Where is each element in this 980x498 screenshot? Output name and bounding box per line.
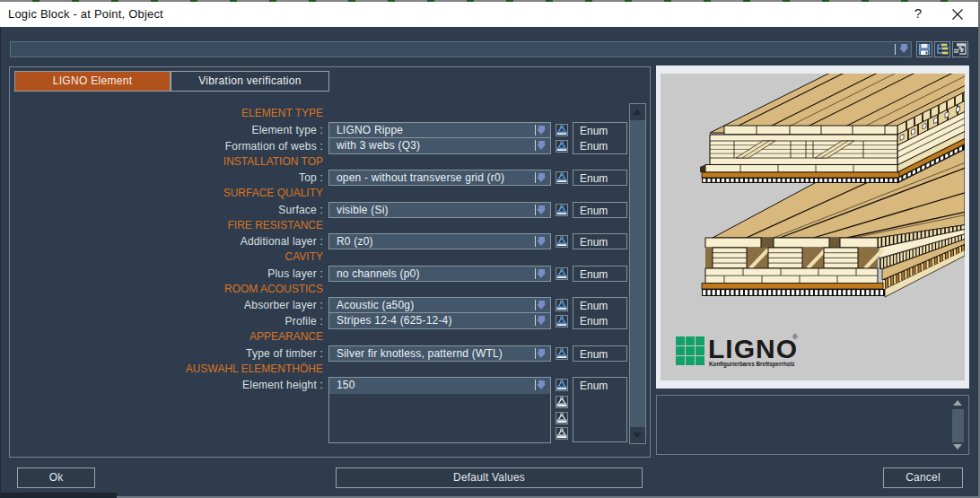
svg-text:®: ® <box>792 333 798 341</box>
svg-text:Konfigurierbares Brettsperrhol: Konfigurierbares Brettsperrholz <box>709 361 795 368</box>
svg-text:LIGNO: LIGNO <box>708 334 798 363</box>
